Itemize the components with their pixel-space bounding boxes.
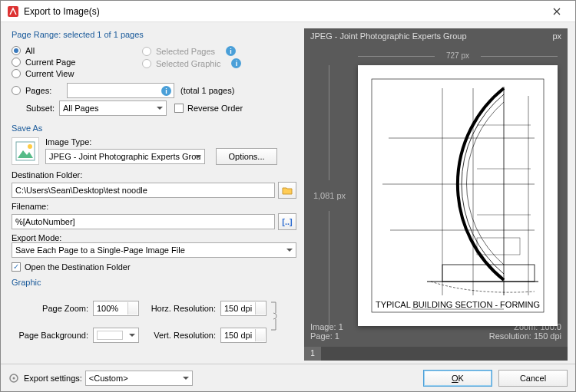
ok-button[interactable]: OK (423, 370, 492, 387)
ruler-left: 1,081 px (310, 65, 349, 326)
cancel-button[interactable]: Cancel (498, 370, 568, 387)
graphic-heading: Graphic (12, 278, 296, 287)
radio-selected-pages-label: Selected Pages (156, 47, 215, 56)
app-icon (7, 5, 19, 18)
page-bg-label: Page Background: (12, 331, 88, 340)
radio-all[interactable] (12, 46, 21, 55)
preview-area: 727 px 1,081 px (304, 44, 568, 321)
info-icon[interactable]: i (226, 46, 236, 56)
export-settings-label: Export settings: (24, 374, 82, 383)
preview-tabstrip: 1 (304, 347, 568, 361)
image-type-icon (12, 137, 39, 165)
radio-selected-pages (142, 47, 151, 56)
filename-macro-button[interactable]: [..] (278, 213, 296, 230)
browse-folder-button[interactable] (278, 182, 296, 199)
preview-tab-1[interactable]: 1 (304, 347, 321, 361)
preview-page: TYPICAL BUILDING SECTION - FORMING (358, 65, 558, 326)
open-dest-folder-checkbox[interactable] (12, 262, 21, 272)
radio-selected-graphic (142, 59, 151, 68)
radio-pages[interactable] (12, 86, 21, 95)
radio-all-label: All (25, 46, 35, 55)
export-mode-select[interactable]: Save Each Page to a Single-Page Image Fi… (12, 242, 296, 258)
dest-folder-input[interactable]: C:\Users\Sean\Desktop\test noodle (12, 183, 275, 198)
svg-text:TYPICAL BUILDING SECTION - FOR: TYPICAL BUILDING SECTION - FORMING (376, 300, 540, 309)
preview-header: JPEG - Joint Photographic Experts Group … (304, 28, 568, 44)
preview-format-label: JPEG - Joint Photographic Experts Group (310, 31, 467, 41)
preview-resolution-label: Resolution: 150 dpi (436, 331, 562, 341)
close-button[interactable] (541, 1, 572, 22)
subset-label: Subset: (12, 104, 55, 113)
filename-label: Filename: (12, 202, 296, 211)
radio-current-view-label: Current View (25, 69, 74, 78)
radio-current-view[interactable] (12, 69, 21, 78)
total-pages-label: (total 1 pages) (180, 86, 234, 95)
image-type-select[interactable]: JPEG - Joint Photographic Experts Group (45, 149, 205, 164)
pages-input[interactable]: i (67, 83, 174, 98)
radio-current-page[interactable] (12, 58, 21, 67)
image-type-label: Image Type: (45, 137, 296, 147)
vert-res-label: Vert. Resolution: (139, 331, 216, 340)
radio-pages-label: Pages: (25, 86, 58, 95)
horz-res-label: Horz. Resolution: (139, 304, 216, 313)
export-settings-select[interactable]: <Custom> (85, 371, 193, 386)
page-range-heading: Page Range: selected 1 of 1 pages (12, 30, 296, 39)
subset-select[interactable]: All Pages (59, 100, 167, 116)
gear-icon[interactable] (8, 373, 19, 384)
preview-page-index: Page: 1 (310, 331, 436, 341)
filename-input[interactable]: %[AutoNumber] (12, 214, 275, 229)
window-title: Export to Image(s) (24, 6, 541, 17)
preview-unit-label: px (552, 31, 561, 41)
svg-point-3 (28, 144, 32, 149)
link-resolution-icon[interactable] (270, 299, 279, 333)
options-button[interactable]: Options... (216, 148, 277, 165)
horz-res-spinner[interactable]: 150 dpi (220, 301, 266, 316)
info-icon[interactable]: i (231, 58, 241, 68)
open-dest-folder-label: Open the Destination Folder (25, 262, 131, 272)
dialog-footer: Export settings: <Custom> OK Cancel (1, 364, 575, 391)
page-bg-select[interactable] (93, 328, 139, 343)
radio-current-page-label: Current Page (25, 58, 75, 67)
svg-point-22 (13, 377, 15, 379)
reverse-order-checkbox[interactable] (174, 104, 184, 113)
reverse-order-label: Reverse Order (187, 104, 243, 113)
vert-res-spinner[interactable]: 150 dpi (220, 328, 266, 343)
titlebar: Export to Image(s) (1, 1, 575, 22)
info-icon[interactable]: i (161, 86, 171, 96)
save-as-heading: Save As (12, 124, 296, 133)
radio-selected-graphic-label: Selected Graphic (156, 59, 220, 68)
ruler-top: 727 px (358, 51, 558, 60)
export-mode-label: Export Mode: (12, 233, 296, 242)
page-zoom-spinner[interactable]: 100% (93, 301, 139, 316)
page-zoom-label: Page Zoom: (12, 304, 88, 313)
dest-folder-label: Destination Folder: (12, 170, 296, 180)
